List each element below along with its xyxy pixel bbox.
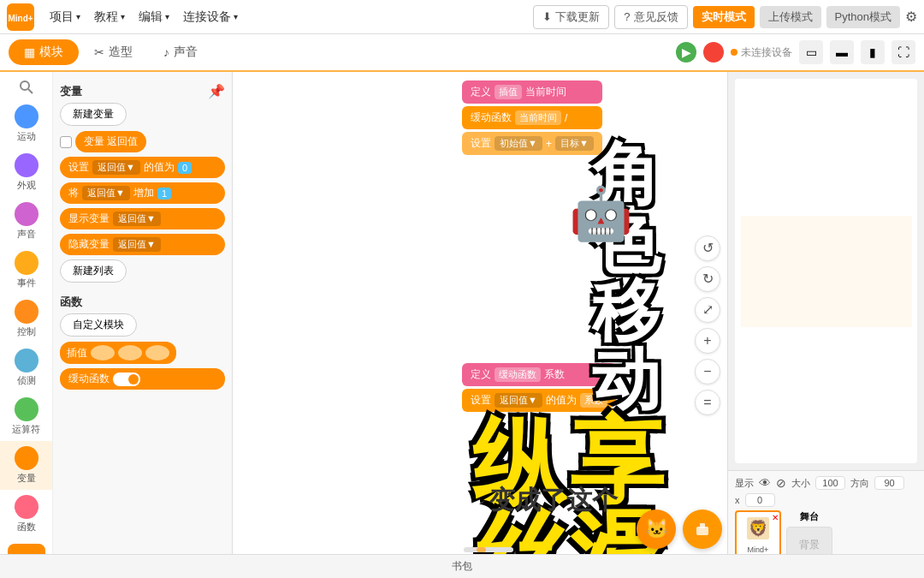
operators-dot-icon [15,397,38,421]
robot-icon: 🤖 [569,183,633,244]
setup-block[interactable]: 设置 初始值▼ + 目标▼ [462,132,602,155]
sidebar-item-sensing[interactable]: 侦测 [0,343,52,392]
zoom-out-button[interactable]: − [695,359,720,384]
canvas-scrollbar-thumb[interactable] [477,547,487,552]
set-value-block[interactable]: 设置 返回值▼ 的值为 0 [60,157,225,178]
tab-sounds[interactable]: ♪ 声音 [148,39,213,65]
set-value-dropdown[interactable]: 返回值▼ [92,160,140,175]
sounds-tab-icon: ♪ [163,45,169,59]
stage-medium-icon[interactable]: ▬ [830,40,854,64]
menu-connect[interactable]: 连接设备 ▾ [176,0,245,34]
canvas-scrollbar[interactable] [464,547,513,552]
hide-var-dropdown[interactable]: 返回值▼ [113,237,161,252]
stop-button[interactable] [703,42,724,63]
tab-blocks[interactable]: ▦ 模块 [9,39,79,65]
fit-button[interactable]: = [695,390,720,415]
sidebar-item-operators[interactable]: 运算符 [0,392,52,441]
costumes-tab-icon: ✂ [94,45,104,59]
blocks-tab-icon: ▦ [24,45,35,59]
custom-block-button[interactable]: 自定义模块 [60,313,137,337]
sprite-action-button[interactable] [683,509,722,549]
menu-project[interactable]: 项目 ▾ [43,0,87,34]
rotate-cw-button[interactable]: ↻ [695,266,720,292]
stage-small-icon[interactable]: ▭ [799,40,823,64]
inc-value-block[interactable]: 将 返回值▼ 增加 1 [60,182,225,204]
sprite-delete-icon[interactable]: ✕ [772,513,779,522]
feedback-button[interactable]: ? 意见反馈 [614,5,687,29]
hide-var-block[interactable]: 隐藏变量 返回值▼ [60,234,225,255]
var-checkbox[interactable] [60,136,72,148]
bottom-bar: 书包 [0,554,924,578]
new-list-button[interactable]: 新建列表 [60,259,127,283]
ease-toggle[interactable] [113,372,140,386]
pin-icon[interactable]: 📌 [208,83,225,99]
svg-point-2 [21,81,29,90]
connect-dot-icon [731,49,737,56]
display-eye-icon[interactable]: 👁 [759,476,771,490]
search-button[interactable] [11,79,42,96]
define-interp-block[interactable]: 定义 插值 当前时间 [462,80,602,104]
connect-status: 未连接设备 [731,45,792,60]
category-sidebar: 运动 外观 声音 事件 控制 侦测 运算符 变量 [0,72,53,578]
sprite-thumbnail[interactable]: ✕ 🦁 Mind+ [735,510,781,557]
flip-button[interactable]: ⤢ [695,297,720,323]
upload-mode-button[interactable]: 上传模式 [760,6,821,28]
menu-tutorial[interactable]: 教程 ▾ [87,0,132,34]
size-value[interactable]: 100 [815,476,845,490]
cat-action-button[interactable]: 🐱 [637,509,676,549]
set-value-num[interactable]: 0 [178,162,192,174]
bottom-overlay-text: 变成了这个 [489,483,618,518]
edit-arrow-icon: ▾ [165,12,169,21]
stage-area: 显示 👁 ⊘ 大小 100 方向 90 x 0 ✕ 🦁 M [727,72,924,578]
rotate-ccw-button[interactable]: ↺ [695,235,720,261]
python-mode-button[interactable]: Python模式 [826,6,900,28]
inc-value-num[interactable]: 1 [157,188,171,200]
interp-block[interactable]: 插值 [60,342,176,364]
interp-row: 插值 [60,342,225,364]
ease-block[interactable]: 缓动函数 [60,368,225,390]
tab-bar-right: ▶ 未连接设备 ▭ ▬ ▮ ⛶ [676,40,915,64]
show-var-dropdown[interactable]: 返回值▼ [113,212,161,226]
fullscreen-icon[interactable]: ⛶ [891,40,915,64]
var-return-value-block[interactable]: 变量 返回值 [75,131,146,152]
tab-costumes[interactable]: ✂ 造型 [79,39,148,65]
svg-rect-10 [700,523,705,528]
stage-canvas [735,79,917,463]
sidebar-item-variables[interactable]: 变量 [0,441,52,490]
inc-value-dropdown[interactable]: 返回值▼ [82,186,130,200]
x-label: x [735,495,740,505]
x-row: x 0 [735,493,917,507]
display-slash-icon[interactable]: ⊘ [776,476,786,490]
blocks-panel: 变量 📌 新建变量 变量 返回值 设置 返回值▼ 的值为 0 将 返回值▼ 增加… [53,72,233,578]
download-update-button[interactable]: ⬇ 下载更新 [533,5,609,29]
svg-text:背景: 背景 [799,539,820,551]
svg-text:Mind+: Mind+ [9,14,33,23]
canvas-area: 定义 插值 当前时间 缓动函数 当前时间 / 设置 初始值▼ + 目标▼ [233,72,727,578]
menu-edit[interactable]: 编辑 ▾ [132,0,176,34]
code-group-2: 定义 缓动函数 系数 设置 返回值▼ 的值为 系数 [462,363,616,412]
show-var-block[interactable]: 显示变量 返回值▼ [60,208,225,229]
variables-dot-icon [15,446,38,470]
ease-func-block[interactable]: 缓动函数 当前时间 / [462,106,602,129]
app-logo[interactable]: Mind+ [7,3,34,31]
define-ease-block[interactable]: 定义 缓动函数 系数 [462,363,616,386]
x-value[interactable]: 0 [745,493,775,507]
new-variable-button[interactable]: 新建变量 [60,103,127,126]
top-menu-bar: Mind+ 项目 ▾ 教程 ▾ 编辑 ▾ 连接设备 ▾ ⬇ 下载更新 ? 意见反… [0,0,924,34]
sidebar-item-sound[interactable]: 声音 [0,197,52,246]
stage-large-icon[interactable]: ▮ [861,40,885,64]
sidebar-item-control[interactable]: 控制 [0,295,52,343]
sidebar-item-motion[interactable]: 运动 [0,99,52,148]
interp-oval-3 [145,345,169,361]
dir-value[interactable]: 90 [874,476,904,490]
set-return-block[interactable]: 设置 返回值▼ 的值为 系数 [462,389,616,412]
zoom-in-button[interactable]: + [695,328,720,354]
realtime-mode-button[interactable]: 实时模式 [693,6,755,28]
run-flag-button[interactable]: ▶ [676,42,696,63]
settings-icon[interactable]: ⚙ [905,9,917,25]
sidebar-item-events[interactable]: 事件 [0,246,52,295]
project-arrow-icon: ▾ [76,12,80,21]
sidebar-item-functions[interactable]: 函数 [0,490,52,539]
functions-dot-icon [15,495,38,519]
sidebar-item-looks[interactable]: 外观 [0,148,52,197]
